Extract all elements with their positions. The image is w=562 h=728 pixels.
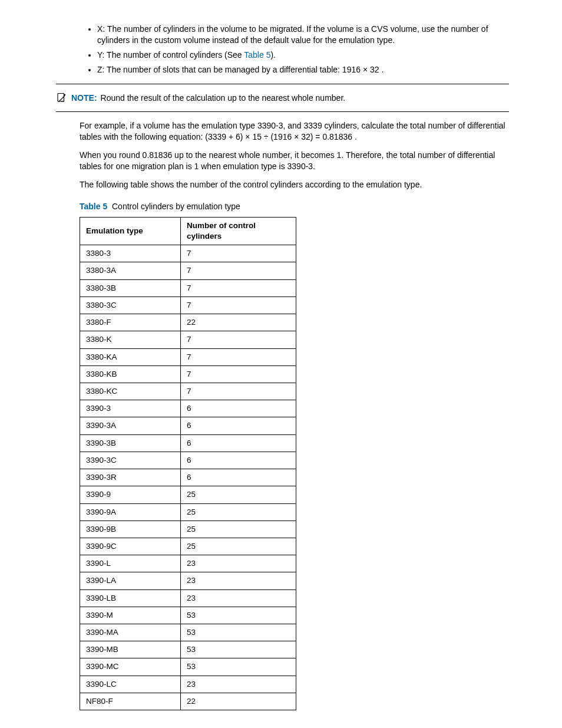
cell-emulation: 3380-3C bbox=[80, 297, 181, 314]
cell-cylinders: 6 bbox=[181, 400, 296, 417]
paragraph: The following table shows the number of … bbox=[80, 179, 509, 190]
cell-emulation: 3390-9A bbox=[80, 503, 181, 521]
cell-cylinders: 6 bbox=[181, 417, 296, 434]
cell-emulation: 3390-3R bbox=[80, 469, 181, 486]
table-row: 3380-KA7 bbox=[80, 348, 296, 365]
cell-emulation: 3380-3B bbox=[80, 279, 181, 297]
table5-link[interactable]: Table 5 bbox=[244, 50, 270, 60]
table-row: 3380-F22 bbox=[80, 314, 296, 331]
cell-cylinders: 53 bbox=[181, 658, 296, 676]
cell-cylinders: 23 bbox=[181, 555, 296, 572]
cell-cylinders: 53 bbox=[181, 624, 296, 641]
table-row: 3380-KB7 bbox=[80, 365, 296, 383]
paragraph: For example, if a volume has the emulati… bbox=[80, 120, 509, 143]
cell-cylinders: 6 bbox=[181, 434, 296, 452]
note-label: NOTE: bbox=[71, 93, 97, 103]
table-row: 3390-MC53 bbox=[80, 658, 296, 676]
cell-cylinders: 7 bbox=[181, 331, 296, 348]
bullet-y-pre: Y: The number of control cylinders (See bbox=[97, 50, 244, 60]
cell-cylinders: 7 bbox=[181, 262, 296, 279]
table-row: 3390-MB53 bbox=[80, 641, 296, 658]
cell-cylinders: 7 bbox=[181, 297, 296, 314]
column-header-emulation: Emulation type bbox=[80, 217, 181, 245]
table-caption: Table 5 Control cylinders by emulation t… bbox=[80, 201, 509, 212]
variable-list: X: The number of cylinders in the volume… bbox=[80, 24, 509, 75]
cell-emulation: 3390-LB bbox=[80, 589, 181, 607]
table-header-row: Emulation type Number of control cylinde… bbox=[80, 217, 296, 245]
table-row: 3390-3C6 bbox=[80, 452, 296, 469]
divider bbox=[56, 84, 509, 84]
table-row: 3390-9C25 bbox=[80, 538, 296, 555]
table-row: 3380-3C7 bbox=[80, 297, 296, 314]
table-row: 3390-LB23 bbox=[80, 589, 296, 607]
cell-cylinders: 7 bbox=[181, 279, 296, 297]
column-header-cylinders: Number of control cylinders bbox=[181, 217, 296, 245]
cell-emulation: 3390-9 bbox=[80, 486, 181, 503]
cell-emulation: 3380-KB bbox=[80, 365, 181, 383]
table-row: 3390-3R6 bbox=[80, 469, 296, 486]
cell-emulation: 3390-M bbox=[80, 607, 181, 624]
cell-emulation: 3390-LC bbox=[80, 676, 181, 693]
table-row: 3380-K7 bbox=[80, 331, 296, 348]
table-title: Control cylinders by emulation type bbox=[112, 202, 240, 211]
list-item: Y: The number of control cylinders (See … bbox=[97, 50, 509, 61]
table-row: 3380-3A7 bbox=[80, 262, 296, 279]
table-row: 3390-9A25 bbox=[80, 503, 296, 521]
cell-emulation: 3390-MC bbox=[80, 658, 181, 676]
table-row: 3380-KC7 bbox=[80, 383, 296, 400]
note-text: Round the result of the calculation up t… bbox=[101, 93, 346, 103]
cell-cylinders: 53 bbox=[181, 641, 296, 658]
cell-emulation: NF80-F bbox=[80, 693, 181, 710]
cell-emulation: 3380-KA bbox=[80, 348, 181, 365]
cell-emulation: 3390-3B bbox=[80, 434, 181, 452]
cell-emulation: 3380-3 bbox=[80, 245, 181, 262]
table-row: 3390-LC23 bbox=[80, 676, 296, 693]
table-row: 3390-3A6 bbox=[80, 417, 296, 434]
cell-emulation: 3390-9B bbox=[80, 521, 181, 538]
cell-emulation: 3390-MA bbox=[80, 624, 181, 641]
cell-cylinders: 22 bbox=[181, 314, 296, 331]
cell-cylinders: 53 bbox=[181, 607, 296, 624]
list-item: Z: The number of slots that can be manag… bbox=[97, 64, 509, 75]
control-cylinders-table: Emulation type Number of control cylinde… bbox=[80, 217, 296, 710]
list-item: X: The number of cylinders in the volume… bbox=[97, 24, 509, 46]
cell-emulation: 3390-9C bbox=[80, 538, 181, 555]
paragraph: When you round 0.81836 up to the nearest… bbox=[80, 150, 509, 172]
cell-cylinders: 25 bbox=[181, 503, 296, 521]
cell-cylinders: 22 bbox=[181, 693, 296, 710]
cell-cylinders: 25 bbox=[181, 521, 296, 538]
cell-emulation: 3380-K bbox=[80, 331, 181, 348]
cell-cylinders: 7 bbox=[181, 365, 296, 383]
cell-cylinders: 7 bbox=[181, 383, 296, 400]
cell-emulation: 3380-KC bbox=[80, 383, 181, 400]
table-row: 3390-36 bbox=[80, 400, 296, 417]
cell-cylinders: 7 bbox=[181, 245, 296, 262]
table-row: 3380-37 bbox=[80, 245, 296, 262]
cell-emulation: 3390-MB bbox=[80, 641, 181, 658]
table-row: 3380-3B7 bbox=[80, 279, 296, 297]
table-row: 3390-L23 bbox=[80, 555, 296, 572]
table-label: Table 5 bbox=[80, 202, 107, 211]
bullet-y-post: ). bbox=[270, 50, 276, 60]
table-row: 3390-3B6 bbox=[80, 434, 296, 452]
table-row: 3390-MA53 bbox=[80, 624, 296, 641]
cell-emulation: 3390-3 bbox=[80, 400, 181, 417]
cell-cylinders: 23 bbox=[181, 589, 296, 607]
table-row: 3390-LA23 bbox=[80, 572, 296, 589]
cell-emulation: 3390-LA bbox=[80, 572, 181, 589]
cell-cylinders: 23 bbox=[181, 572, 296, 589]
cell-cylinders: 6 bbox=[181, 469, 296, 486]
cell-cylinders: 25 bbox=[181, 486, 296, 503]
cell-emulation: 3380-F bbox=[80, 314, 181, 331]
cell-cylinders: 7 bbox=[181, 348, 296, 365]
cell-cylinders: 25 bbox=[181, 538, 296, 555]
cell-emulation: 3380-3A bbox=[80, 262, 181, 279]
divider bbox=[56, 111, 509, 112]
table-row: 3390-M53 bbox=[80, 607, 296, 624]
cell-emulation: 3390-L bbox=[80, 555, 181, 572]
note-icon bbox=[56, 93, 67, 103]
cell-cylinders: 23 bbox=[181, 676, 296, 693]
cell-emulation: 3390-3A bbox=[80, 417, 181, 434]
note-block: NOTE:Round the result of the calculation… bbox=[56, 93, 509, 104]
table-row: 3390-925 bbox=[80, 486, 296, 503]
